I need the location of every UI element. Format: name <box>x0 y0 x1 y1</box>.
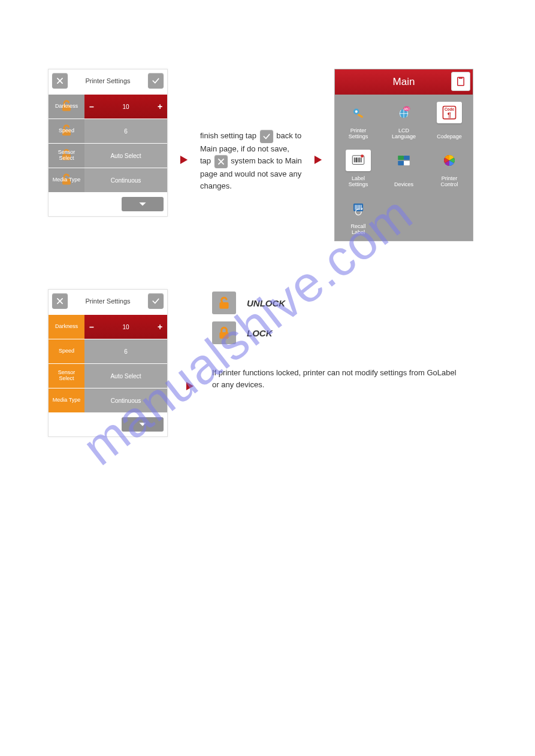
tile-label: PrinterControl <box>440 176 458 188</box>
setting-value[interactable]: 6 <box>84 119 167 143</box>
panel-a-title: Printer Settings <box>68 77 148 84</box>
tile-label: RecallLabel <box>350 224 365 236</box>
tile-label: Codepage <box>437 134 462 140</box>
svg-rect-24 <box>404 156 410 160</box>
lock-icon <box>212 321 236 344</box>
printer-status-icon[interactable] <box>451 72 470 91</box>
tile-label: PrinterSettings <box>349 128 368 140</box>
svg-rect-25 <box>398 161 404 165</box>
setting-label[interactable]: Sensor Select <box>49 364 84 388</box>
main-tile-label-settings[interactable]: LabelSettings <box>336 144 380 190</box>
setting-value[interactable]: –10+ <box>84 95 167 119</box>
main-tile-printer-control[interactable]: PrinterControl <box>427 144 471 190</box>
setting-row[interactable]: Sensor SelectAuto Select <box>49 364 167 388</box>
devices-icon <box>391 150 416 171</box>
arrow-right-icon <box>180 155 188 167</box>
main-tile-empty <box>427 192 471 238</box>
svg-point-7 <box>355 110 358 113</box>
confirm-icon[interactable] <box>148 73 164 89</box>
minus-button[interactable]: – <box>84 315 99 339</box>
printer-settings-panel-b: Printer Settings Darkness–10+ Speed6 Sen… <box>48 289 168 437</box>
setting-row[interactable]: Speed6 <box>49 339 167 363</box>
main-menu-panel: Main PrinterSettingsABCLCDLanguageCode¶C… <box>334 69 473 241</box>
lock-label: LOCK <box>247 328 273 338</box>
minus-button[interactable]: – <box>84 95 99 119</box>
main-tile-recall-label[interactable]: RecallLabel <box>336 192 380 238</box>
main-tile-devices[interactable]: Devices <box>382 144 426 190</box>
tile-label: LabelSettings <box>349 176 368 188</box>
svg-rect-8 <box>357 114 363 119</box>
setting-value[interactable]: –10+ <box>84 315 167 339</box>
svg-text:¶: ¶ <box>448 111 451 119</box>
tile-label: Devices <box>394 182 413 188</box>
setting-value[interactable]: Continuous <box>84 388 167 412</box>
check-icon <box>260 130 273 143</box>
globe-abc-icon: ABC <box>391 102 416 123</box>
code-pilcrow-icon: Code¶ <box>437 102 462 123</box>
setting-row[interactable]: Sensor SelectAuto Select <box>49 144 167 168</box>
setting-row[interactable]: Darkness–10+ <box>49 95 167 119</box>
setting-label[interactable]: Media Type <box>49 168 84 192</box>
setting-label[interactable]: Darkness <box>49 315 84 339</box>
scroll-down-button[interactable] <box>122 417 164 432</box>
setting-row[interactable]: Media TypeContinuous <box>49 388 167 412</box>
barcode-icon <box>346 150 371 171</box>
svg-text:Code: Code <box>445 107 455 111</box>
main-tile-codepage[interactable]: Code¶Codepage <box>427 96 471 142</box>
instruction-text: finish setting tap back to Main page, if… <box>200 130 302 192</box>
main-tile-empty <box>382 192 426 238</box>
setting-label[interactable]: Speed <box>49 339 84 363</box>
plus-button[interactable]: + <box>153 95 167 119</box>
unlock-label: UNLOCK <box>247 298 285 308</box>
recall-label-icon <box>346 198 371 219</box>
setting-label[interactable]: Sensor Select <box>49 144 84 168</box>
setting-row[interactable]: Media TypeContinuous <box>49 168 167 192</box>
setting-label[interactable]: Speed <box>49 119 84 143</box>
svg-rect-5 <box>459 77 463 78</box>
printer-settings-panel-a: Printer Settings Darkness–10+ Speed6 Sen… <box>48 69 168 217</box>
close-icon <box>214 155 228 168</box>
lock-note: If printer functions locked, printer can… <box>212 367 464 391</box>
close-icon[interactable] <box>52 73 68 89</box>
lock-legend: UNLOCK LOCK If printer functions locked,… <box>212 289 464 391</box>
setting-row[interactable]: Darkness–10+ <box>49 315 167 339</box>
close-icon[interactable] <box>52 293 68 309</box>
svg-point-22 <box>361 154 364 157</box>
arrow-right-icon <box>186 381 194 393</box>
scroll-down-button[interactable] <box>122 197 164 211</box>
panel-b-title: Printer Settings <box>68 297 148 305</box>
svg-text:ABC: ABC <box>404 108 410 111</box>
svg-rect-23 <box>398 156 404 160</box>
svg-rect-26 <box>404 161 410 165</box>
setting-label[interactable]: Darkness <box>49 95 84 119</box>
confirm-icon[interactable] <box>148 293 164 309</box>
main-tile-lcd-language[interactable]: ABCLCDLanguage <box>382 96 426 142</box>
main-tile-printer-settings[interactable]: PrinterSettings <box>336 96 380 142</box>
setting-value[interactable]: 6 <box>84 339 167 363</box>
svg-rect-39 <box>219 332 228 339</box>
svg-rect-38 <box>219 302 228 309</box>
setting-value[interactable]: Auto Select <box>84 364 167 388</box>
unlock-icon <box>212 292 236 314</box>
plus-button[interactable]: + <box>153 315 167 339</box>
setting-value[interactable]: Continuous <box>84 168 167 192</box>
tile-label: LCDLanguage <box>392 128 416 140</box>
setting-row[interactable]: Speed6 <box>49 119 167 143</box>
setting-value[interactable]: Auto Select <box>84 144 167 168</box>
gear-wrench-icon <box>346 102 371 123</box>
color-wheel-icon <box>437 150 462 171</box>
arrow-right-icon <box>314 155 322 167</box>
setting-label[interactable]: Media Type <box>49 388 84 412</box>
